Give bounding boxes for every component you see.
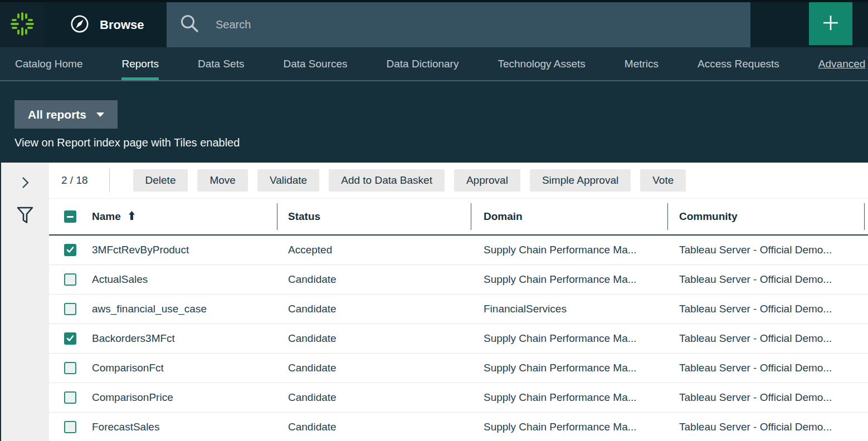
cell-domain: FinancialServices: [471, 303, 667, 315]
cell-status: Candidate: [277, 391, 471, 404]
cell-name[interactable]: ForecastSales: [84, 421, 277, 433]
report-list-panel: 2 / 18 DeleteMoveValidateAdd to Data Bas…: [49, 163, 868, 441]
cell-community: Tableau Server - Official Demo...: [667, 421, 868, 433]
table-row[interactable]: 3MFctRevByProduct Accepted Supply Chain …: [49, 236, 868, 265]
cell-name[interactable]: ComparisonFct: [84, 362, 277, 374]
cell-name[interactable]: ComparisonPrice: [84, 391, 277, 404]
cell-community: Tableau Server - Official Demo...: [667, 303, 868, 315]
toolbar-button-vote[interactable]: Vote: [640, 169, 686, 192]
table-row[interactable]: ComparisonFct Candidate Supply Chain Per…: [49, 354, 868, 383]
toolbar-button-delete[interactable]: Delete: [133, 169, 188, 192]
row-checkbox[interactable]: [64, 273, 76, 286]
chevron-down-icon: [96, 112, 104, 117]
cell-community: Tableau Server - Official Demo...: [667, 362, 868, 374]
collibra-logo-icon: [9, 11, 36, 40]
reports-table: Name Status Domain Community: [49, 198, 868, 441]
row-checkbox[interactable]: [64, 391, 76, 404]
search-bar[interactable]: [167, 2, 750, 47]
browse-menu[interactable]: Browse: [45, 2, 167, 47]
cell-community: Tableau Server - Official Demo...: [667, 332, 868, 345]
filter-sidebar: [0, 163, 49, 441]
bulk-actions-toolbar: 2 / 18 DeleteMoveValidateAdd to Data Bas…: [49, 163, 868, 198]
report-scope-dropdown[interactable]: All reports: [14, 100, 118, 129]
row-checkbox[interactable]: [64, 332, 76, 345]
topbar-spacer: [750, 2, 809, 47]
nav-tab-data-sources[interactable]: Data Sources: [283, 47, 347, 80]
cell-domain: Supply Chain Performance Ma...: [471, 332, 667, 345]
selection-count: 2 / 18: [61, 174, 88, 187]
nav-tab-reports[interactable]: Reports: [121, 47, 159, 80]
nav-tab-data-sets[interactable]: Data Sets: [198, 47, 244, 80]
column-header-community[interactable]: Community: [667, 199, 868, 234]
row-checkbox[interactable]: [64, 244, 76, 256]
cell-domain: Supply Chain Performance Ma...: [471, 244, 667, 256]
report-scope-label: All reports: [28, 108, 86, 121]
select-all-checkbox[interactable]: [64, 210, 76, 223]
nav-tab-technology-assets[interactable]: Technology Assets: [498, 47, 585, 80]
cell-name[interactable]: ActualSales: [84, 273, 277, 286]
row-checkbox[interactable]: [64, 303, 76, 315]
filter-funnel-icon: [16, 219, 35, 227]
add-asset-button[interactable]: [809, 2, 852, 45]
toolbar-button-add-to-data-basket[interactable]: Add to Data Basket: [329, 169, 445, 192]
search-input[interactable]: [216, 18, 695, 31]
cell-domain: Supply Chain Performance Ma...: [471, 391, 667, 404]
cell-status: Candidate: [277, 303, 471, 315]
toolbar-button-validate[interactable]: Validate: [257, 169, 319, 192]
nav-tab-access-requests[interactable]: Access Requests: [698, 47, 779, 80]
cell-domain: Supply Chain Performance Ma...: [471, 362, 667, 374]
sort-ascending-arrow-icon: [128, 210, 135, 223]
cell-domain: Supply Chain Performance Ma...: [471, 273, 667, 286]
cell-status: Candidate: [277, 421, 471, 433]
top-bar: Browse: [0, 0, 868, 47]
nav-tab-metrics[interactable]: Metrics: [625, 47, 659, 80]
cell-status: Candidate: [277, 332, 471, 345]
row-checkbox[interactable]: [64, 362, 76, 374]
toolbar-button-simple-approval[interactable]: Simple Approval: [530, 169, 631, 192]
cell-status: Candidate: [277, 362, 471, 374]
toolbar-button-move[interactable]: Move: [197, 169, 247, 192]
row-checkbox[interactable]: [64, 421, 76, 433]
select-all-checkbox-cell: [49, 199, 84, 234]
cell-name[interactable]: 3MFctRevByProduct: [84, 244, 277, 256]
toolbar-divider: [109, 169, 110, 192]
table-row[interactable]: ComparisonPrice Candidate Supply Chain P…: [49, 383, 868, 413]
table-row[interactable]: ActualSales Candidate Supply Chain Perfo…: [49, 265, 868, 295]
catalog-tab-bar: Catalog HomeReportsData SetsData Sources…: [0, 47, 868, 81]
chevron-right-icon: [20, 183, 30, 191]
page-header: All reports View on Report index page wi…: [0, 81, 868, 163]
cell-status: Candidate: [277, 273, 471, 286]
cell-community: Tableau Server - Official Demo...: [667, 244, 868, 256]
plus-icon: [822, 14, 839, 33]
column-header-domain[interactable]: Domain: [471, 199, 667, 234]
table-row[interactable]: Backorders3MFct Candidate Supply Chain P…: [49, 324, 868, 354]
cell-community: Tableau Server - Official Demo...: [667, 273, 868, 286]
nav-tab-data-dictionary[interactable]: Data Dictionary: [387, 47, 459, 80]
search-icon: [179, 13, 200, 37]
nav-tab-catalog-home[interactable]: Catalog Home: [15, 47, 82, 80]
sidebar-expand-button[interactable]: [20, 176, 30, 191]
table-row[interactable]: ForecastSales Candidate Supply Chain Per…: [49, 413, 868, 441]
app-logo[interactable]: [0, 2, 45, 47]
nav-tab-advanced[interactable]: Advanced: [818, 47, 866, 80]
table-row[interactable]: aws_financial_use_case Candidate Financi…: [49, 295, 868, 324]
cell-domain: Supply Chain Performance Ma...: [471, 421, 667, 433]
filter-button[interactable]: [16, 205, 35, 227]
table-header-row: Name Status Domain Community: [49, 199, 868, 236]
cell-community: Tableau Server - Official Demo...: [667, 391, 868, 404]
column-header-status[interactable]: Status: [277, 199, 471, 234]
browse-label: Browse: [100, 18, 144, 32]
cell-name[interactable]: Backorders3MFct: [84, 332, 277, 345]
cell-name[interactable]: aws_financial_use_case: [84, 303, 277, 315]
toolbar-button-approval[interactable]: Approval: [454, 169, 520, 192]
compass-icon: [70, 14, 90, 36]
table-body: 3MFctRevByProduct Accepted Supply Chain …: [49, 236, 868, 441]
view-description: View on Report index page with Tiles ena…: [14, 136, 868, 149]
cell-status: Accepted: [277, 244, 471, 256]
column-header-name[interactable]: Name: [84, 199, 277, 234]
indeterminate-minus-icon: [67, 216, 74, 218]
